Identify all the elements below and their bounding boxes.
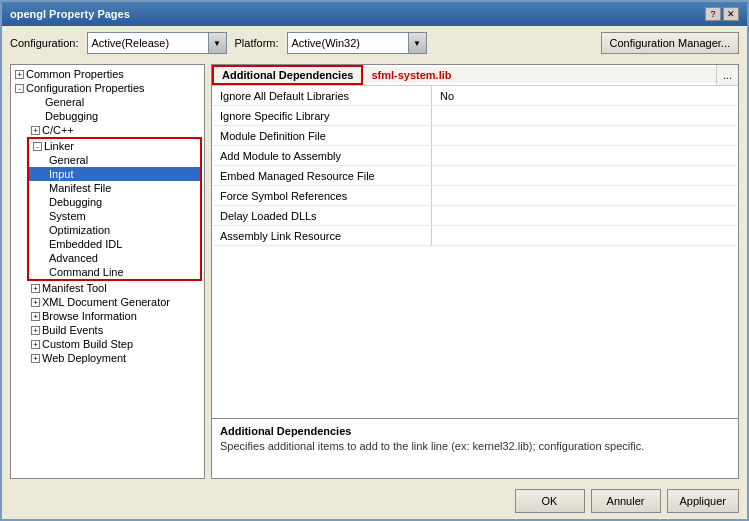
build-expand-icon: + <box>31 326 40 335</box>
tree-item-linker-advanced[interactable]: Advanced <box>29 251 200 265</box>
prop-header-row: Additional Dependencies sfml-system.lib … <box>212 65 738 86</box>
config-value: Active(Release) <box>88 37 226 49</box>
browse-expand-icon: + <box>31 312 40 321</box>
tree-item-manifest-tool[interactable]: + Manifest Tool <box>13 281 202 295</box>
tree-item-linker[interactable]: - Linker <box>29 139 200 153</box>
tree-label-manifest: Manifest Tool <box>42 282 107 294</box>
platform-value: Active(Win32) <box>288 37 426 49</box>
tree-label-linker-debugging: Debugging <box>49 196 102 208</box>
table-row[interactable]: Ignore All Default Libraries No <box>212 86 738 106</box>
property-pages-dialog: opengl Property Pages ? ✕ Configuration:… <box>0 0 749 521</box>
prop-value-cell: No <box>432 86 738 105</box>
tree-item-build-events[interactable]: + Build Events <box>13 323 202 337</box>
tree-panel: + Common Properties - Configuration Prop… <box>10 64 205 479</box>
tree-label-common: Common Properties <box>26 68 124 80</box>
prop-name-cell: Module Definition File <box>212 126 432 145</box>
prop-value-cell <box>432 186 738 205</box>
tree-item-general[interactable]: General <box>13 95 202 109</box>
tree-item-common-props[interactable]: + Common Properties <box>13 67 202 81</box>
tree-label-build: Build Events <box>42 324 103 336</box>
tree-item-cpp[interactable]: + C/C++ <box>13 123 202 137</box>
collapse-icon: - <box>15 84 24 93</box>
prop-name-cell: Ignore Specific Library <box>212 106 432 125</box>
tree-label-debugging: Debugging <box>45 110 98 122</box>
tree-item-linker-input[interactable]: Input <box>29 167 200 181</box>
custom-expand-icon: + <box>31 340 40 349</box>
table-row[interactable]: Delay Loaded DLLs <box>212 206 738 226</box>
tree-item-linker-manifest[interactable]: Manifest File <box>29 181 200 195</box>
prop-name-cell: Force Symbol References <box>212 186 432 205</box>
tree-item-debugging[interactable]: Debugging <box>13 109 202 123</box>
table-row[interactable]: Ignore Specific Library <box>212 106 738 126</box>
tree-label-linker-general: General <box>49 154 88 166</box>
dialog-title: opengl Property Pages <box>10 8 130 20</box>
prop-value-cell <box>432 146 738 165</box>
description-panel: Additional Dependencies Specifies additi… <box>212 418 738 478</box>
prop-value-cell <box>432 166 738 185</box>
prop-name-cell: Embed Managed Resource File <box>212 166 432 185</box>
bottom-row: OK Annuler Appliquer <box>2 483 747 519</box>
platform-select[interactable]: Active(Win32) ▼ <box>287 32 427 54</box>
help-button[interactable]: ? <box>705 7 721 21</box>
tree-item-linker-cmdline[interactable]: Command Line <box>29 265 200 279</box>
tree-label-linker-system: System <box>49 210 86 222</box>
prop-name-cell: Delay Loaded DLLs <box>212 206 432 225</box>
prop-value-cell <box>432 126 738 145</box>
ok-button[interactable]: OK <box>515 489 585 513</box>
prop-browse-button[interactable]: ... <box>716 65 738 85</box>
tree-label-cpp: C/C++ <box>42 124 74 136</box>
config-select[interactable]: Active(Release) ▼ <box>87 32 227 54</box>
property-panel: Additional Dependencies sfml-system.lib … <box>211 64 739 479</box>
tree-label-linker-optimization: Optimization <box>49 224 110 236</box>
tree-item-web-deploy[interactable]: + Web Deployment <box>13 351 202 365</box>
tree-label-browse: Browse Information <box>42 310 137 322</box>
tree-item-browse-info[interactable]: + Browse Information <box>13 309 202 323</box>
tree-label-linker-cmdline: Command Line <box>49 266 124 278</box>
prop-name-cell: Add Module to Assembly <box>212 146 432 165</box>
config-dropdown-arrow[interactable]: ▼ <box>208 33 226 53</box>
prop-name-cell: Ignore All Default Libraries <box>212 86 432 105</box>
tree-label-custom: Custom Build Step <box>42 338 133 350</box>
desc-title: Additional Dependencies <box>220 425 730 437</box>
manifest-expand-icon: + <box>31 284 40 293</box>
table-row[interactable]: Embed Managed Resource File <box>212 166 738 186</box>
linker-collapse-icon: - <box>33 142 42 151</box>
prop-value-cell <box>432 226 738 245</box>
table-row[interactable]: Force Symbol References <box>212 186 738 206</box>
apply-button[interactable]: Appliquer <box>667 489 739 513</box>
tree-label-linker-advanced: Advanced <box>49 252 98 264</box>
cancel-button[interactable]: Annuler <box>591 489 661 513</box>
tree-item-linker-system[interactable]: System <box>29 209 200 223</box>
main-content: + Common Properties - Configuration Prop… <box>2 60 747 483</box>
tree-label-config: Configuration Properties <box>26 82 145 94</box>
platform-dropdown-arrow[interactable]: ▼ <box>408 33 426 53</box>
prop-header-name-text: Additional Dependencies <box>222 69 353 81</box>
tree-item-config-props[interactable]: - Configuration Properties <box>13 81 202 95</box>
tree-item-linker-general[interactable]: General <box>29 153 200 167</box>
prop-list: Ignore All Default Libraries No Ignore S… <box>212 86 738 418</box>
xml-expand-icon: + <box>31 298 40 307</box>
table-row[interactable]: Assembly Link Resource <box>212 226 738 246</box>
tree-label-linker-input: Input <box>49 168 73 180</box>
title-bar-buttons: ? ✕ <box>705 7 739 21</box>
platform-label: Platform: <box>235 37 279 49</box>
table-row[interactable]: Module Definition File <box>212 126 738 146</box>
tree-item-custom-build[interactable]: + Custom Build Step <box>13 337 202 351</box>
config-row: Configuration: Active(Release) ▼ Platfor… <box>2 26 747 60</box>
config-manager-button[interactable]: Configuration Manager... <box>601 32 739 54</box>
title-bar: opengl Property Pages ? ✕ <box>2 2 747 26</box>
prop-header-value: sfml-system.lib <box>363 67 716 83</box>
config-label: Configuration: <box>10 37 79 49</box>
tree-item-linker-embedded[interactable]: Embedded IDL <box>29 237 200 251</box>
tree-label-xml: XML Document Generator <box>42 296 170 308</box>
tree-label-linker-manifest: Manifest File <box>49 182 111 194</box>
web-expand-icon: + <box>31 354 40 363</box>
tree-item-linker-optimization[interactable]: Optimization <box>29 223 200 237</box>
tree-item-xml-doc[interactable]: + XML Document Generator <box>13 295 202 309</box>
prop-value-cell <box>432 106 738 125</box>
tree-label-linker-embedded: Embedded IDL <box>49 238 122 250</box>
table-row[interactable]: Add Module to Assembly <box>212 146 738 166</box>
close-button[interactable]: ✕ <box>723 7 739 21</box>
tree-label-linker: Linker <box>44 140 74 152</box>
tree-item-linker-debugging[interactable]: Debugging <box>29 195 200 209</box>
